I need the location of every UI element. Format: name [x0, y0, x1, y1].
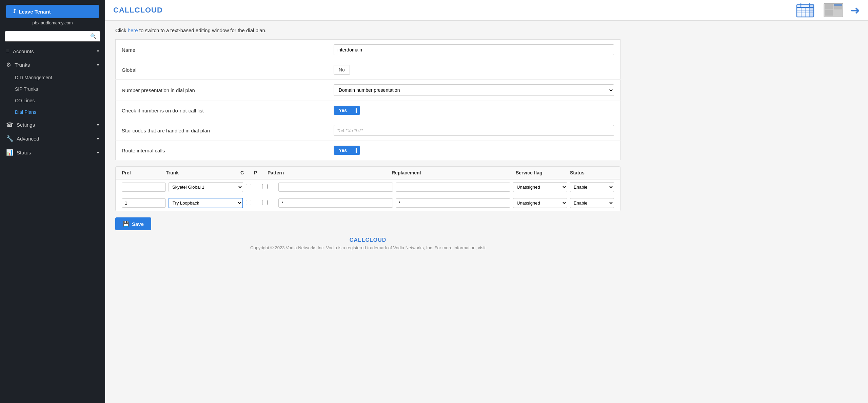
status-cell-1: Enable Disable [570, 182, 614, 192]
route-internal-toggle[interactable]: Yes ▐ [334, 146, 360, 155]
leave-tenant-button[interactable]: ⤴ Leave Tenant [6, 5, 99, 18]
phone-icon: ☎ [6, 121, 13, 128]
c-checkbox-1[interactable] [246, 184, 251, 189]
info-prefix: Click [115, 27, 128, 33]
grid-icon[interactable] [823, 3, 844, 18]
sidebar-item-sip-trunks[interactable]: SIP Trunks [0, 83, 105, 95]
info-bar: Click here to switch to a text-based edi… [115, 27, 620, 33]
dnc-toggle[interactable]: Yes ▐ [334, 106, 360, 115]
sidebar-item-co-lines[interactable]: CO Lines [0, 95, 105, 106]
gear-icon: ⚙ [6, 61, 11, 68]
name-input[interactable] [334, 44, 614, 55]
c-checkbox-2[interactable] [246, 200, 251, 205]
main-panel: CALLCLOUD [105, 0, 868, 403]
pattern-input-1[interactable] [278, 183, 393, 192]
table-row: Skyetel Global 1 Try Loopback [116, 179, 620, 195]
service-flag-select-1[interactable]: Unassigned [513, 182, 567, 192]
number-presentation-select[interactable]: Domain number presentation [334, 84, 614, 96]
sidebar-item-advanced[interactable]: 🔧 Advanced ▾ [0, 132, 105, 146]
status-select-1[interactable]: Enable Disable [570, 182, 614, 192]
c-cell-2 [246, 200, 259, 206]
chart-icon: 📊 [6, 149, 13, 156]
svg-rect-11 [825, 4, 833, 9]
footer-logo-text: CALLCLOUD [350, 237, 387, 243]
p-cell-1 [262, 184, 276, 190]
replacement-input-2[interactable] [396, 198, 510, 208]
pattern-input-2[interactable] [278, 198, 393, 208]
save-label: Save [132, 221, 144, 227]
dnc-label: Check if number is on do-not-call list [116, 101, 328, 120]
star-codes-row: Star codes that are handled in dial plan [116, 120, 620, 141]
save-icon: 💾 [123, 221, 129, 227]
service-flag-select-2[interactable]: Unassigned [513, 198, 567, 208]
footer: CALLCLOUD Copyright © 2023 Vodia Network… [115, 237, 620, 250]
leave-tenant-label: Leave Tenant [19, 9, 51, 15]
replacement-cell-2 [396, 198, 510, 208]
advanced-label: Advanced [17, 136, 39, 142]
sip-trunks-label: SIP Trunks [15, 86, 38, 92]
pref-input-1[interactable] [122, 183, 166, 192]
did-management-label: DID Management [15, 75, 52, 80]
sidebar-item-settings[interactable]: ☎ Settings ▾ [0, 118, 105, 132]
chevron-down-icon: ▾ [97, 136, 99, 141]
content-area: Click here to switch to a text-based edi… [105, 21, 631, 264]
settings-label: Settings [17, 122, 35, 128]
replacement-input-1[interactable] [396, 183, 510, 192]
replacement-header: Replacement [392, 170, 516, 175]
save-button[interactable]: 💾 Save [115, 217, 151, 230]
chevron-down-icon: ▾ [97, 63, 99, 67]
svg-rect-14 [834, 10, 842, 16]
pref-cell-1 [122, 183, 166, 192]
domain-label: pbx.audiomercy.com [0, 20, 105, 28]
svg-rect-15 [834, 4, 842, 6]
sidebar-item-did-management[interactable]: DID Management [0, 72, 105, 83]
topbar: CALLCLOUD [105, 0, 868, 21]
service-flag-cell-2: Unassigned [513, 198, 567, 208]
trunk-select-2[interactable]: Skyetel Global 1 Try Loopback [169, 198, 243, 208]
name-label: Name [116, 40, 328, 60]
footer-logo: CALLCLOUD [115, 237, 620, 243]
trunk-cell-2: Skyetel Global 1 Try Loopback [169, 198, 243, 208]
dnc-slider[interactable]: ▐ [352, 106, 360, 115]
pattern-header: Pattern [268, 170, 392, 175]
status-select-2[interactable]: Enable Disable [570, 198, 614, 208]
global-no-option[interactable]: No [334, 65, 350, 74]
search-input[interactable] [5, 32, 87, 41]
sidebar-item-status[interactable]: 📊 Status ▾ [0, 146, 105, 160]
global-toggle[interactable]: No [334, 65, 350, 75]
star-codes-input[interactable] [334, 125, 614, 136]
number-presentation-row: Number presentation in dial plan Domain … [116, 80, 620, 101]
logo: CALLCLOUD [113, 6, 163, 15]
footer-copyright: Copyright © 2023 Vodia Networks Inc. Vod… [115, 245, 620, 250]
p-cell-2 [262, 200, 276, 206]
route-internal-yes-option[interactable]: Yes [334, 146, 352, 155]
info-link[interactable]: here [128, 27, 138, 33]
co-lines-label: CO Lines [15, 98, 35, 103]
p-checkbox-1[interactable] [262, 184, 268, 189]
pref-input-2[interactable] [122, 198, 166, 208]
route-internal-slider[interactable]: ▐ [352, 146, 360, 155]
calendar-icon[interactable] [796, 3, 816, 18]
sidebar-item-trunks[interactable]: ⚙ Trunks ▾ [0, 58, 105, 72]
svg-rect-9 [809, 5, 814, 17]
sidebar-item-dial-plans[interactable]: Dial Plans [0, 106, 105, 118]
replacement-cell-1 [396, 183, 510, 192]
trunk-header: Trunk [166, 170, 240, 175]
service-flag-header: Service flag [516, 170, 570, 175]
p-checkbox-2[interactable] [262, 200, 268, 205]
chevron-down-icon: ▾ [97, 150, 99, 155]
global-row: Global No [116, 60, 620, 80]
status-cell-2: Enable Disable [570, 198, 614, 208]
chevron-down-icon: ▾ [97, 49, 99, 54]
accounts-label: Accounts [13, 48, 34, 54]
dnc-yes-option[interactable]: Yes [334, 106, 352, 115]
pattern-cell-2 [278, 198, 393, 208]
logout-icon[interactable]: ➜ [850, 3, 860, 17]
trunk-select-1[interactable]: Skyetel Global 1 Try Loopback [169, 182, 243, 192]
trunks-label: Trunks [15, 62, 30, 68]
search-button[interactable]: 🔍 [87, 31, 100, 41]
sidebar-item-accounts[interactable]: ≡ Accounts ▾ [0, 44, 105, 58]
c-header: C [240, 170, 254, 175]
global-label: Global [116, 60, 328, 80]
routes-table: Pref Trunk C P Pattern Replacement Servi… [115, 166, 620, 211]
